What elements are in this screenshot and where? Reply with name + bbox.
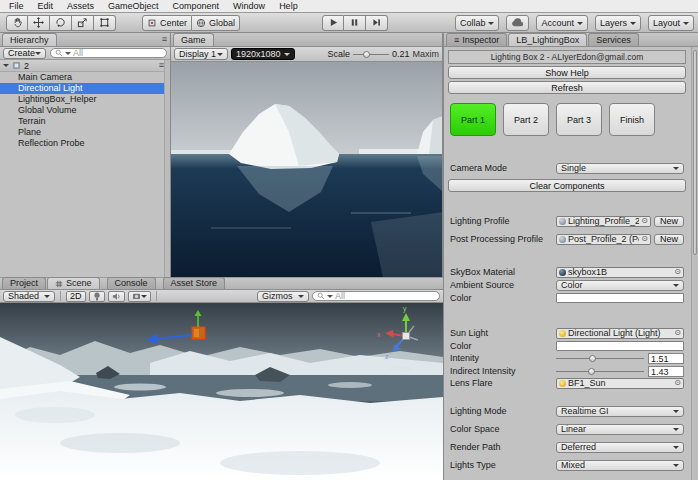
menu-assets[interactable]: Assets <box>60 0 101 12</box>
tab-console[interactable]: Console <box>107 277 156 289</box>
refresh-button[interactable]: Refresh <box>448 81 686 94</box>
layout-dropdown[interactable]: Layout <box>648 15 694 31</box>
sun-light-field[interactable]: Directional Light (Light) ⊙ <box>556 328 684 339</box>
menu-icon[interactable]: ≡ <box>162 33 167 46</box>
global-axis-button[interactable]: Global <box>192 15 240 31</box>
game-viewport[interactable] <box>171 62 442 277</box>
hierarchy-item-global-volume[interactable]: Global Volume <box>0 105 170 116</box>
lighting-profile-new-button[interactable]: New <box>654 216 684 227</box>
rect-tool-button[interactable] <box>94 15 116 31</box>
tab-asset-store[interactable]: Asset Store <box>163 277 226 289</box>
menu-help[interactable]: Help <box>272 0 305 12</box>
intensity-value-field[interactable]: 1.51 <box>648 353 684 364</box>
scene-search-input[interactable]: All <box>312 291 440 301</box>
rotate-tool-button[interactable] <box>50 15 72 31</box>
hierarchy-item-reflection-probe[interactable]: Reflection Probe <box>0 138 170 149</box>
maximize-toggle[interactable]: Maxim <box>413 49 440 59</box>
camera-mode-dropdown[interactable]: Single <box>556 163 684 174</box>
color-space-dropdown[interactable]: Linear <box>556 424 684 435</box>
scene-lighting-toggle[interactable] <box>89 291 105 302</box>
indirect-intensity-slider-thumb[interactable] <box>588 368 595 375</box>
lights-type-dropdown[interactable]: Mixed <box>556 460 684 471</box>
ambient-source-dropdown[interactable]: Color <box>556 280 684 291</box>
playmode-controls <box>322 15 388 31</box>
scene-header-row[interactable]: 2 ≡ <box>0 60 170 72</box>
hierarchy-search-input[interactable]: All <box>50 48 167 58</box>
gizmos-dropdown[interactable]: Gizmos <box>257 291 309 302</box>
part2-button[interactable]: Part 2 <box>503 103 549 136</box>
hand-tool-button[interactable] <box>6 15 28 31</box>
show-help-button[interactable]: Show Help <box>448 66 686 79</box>
scene-effects-dropdown[interactable] <box>128 291 151 302</box>
part3-button[interactable]: Part 3 <box>556 103 602 136</box>
hierarchy-item-directional-light[interactable]: Directional Light <box>0 83 170 94</box>
inspector-scrollbar[interactable] <box>691 47 698 480</box>
scale-slider-thumb[interactable] <box>363 51 370 58</box>
hierarchy-scrollbar[interactable] <box>164 60 170 277</box>
ambient-color-swatch[interactable] <box>556 293 684 303</box>
skybox-material-field[interactable]: skybox1B ⊙ <box>556 267 684 278</box>
object-picker-icon[interactable]: ⊙ <box>641 217 648 225</box>
step-button[interactable] <box>366 15 388 31</box>
intensity-label: Intenity <box>450 353 556 363</box>
play-button[interactable] <box>322 15 344 31</box>
intensity-slider-thumb[interactable] <box>589 355 596 362</box>
menu-file[interactable]: File <box>2 0 31 12</box>
object-picker-icon[interactable]: ⊙ <box>674 268 681 276</box>
collab-dropdown[interactable]: Collab <box>455 15 500 31</box>
inspector-scrollbar-thumb[interactable] <box>693 50 697 255</box>
2d-toggle-button[interactable]: 2D <box>66 291 86 302</box>
clear-components-button[interactable]: Clear Components <box>448 179 686 192</box>
shaded-dropdown[interactable]: Shaded <box>3 291 55 302</box>
hierarchy-item-terrain[interactable]: Terrain <box>0 116 170 127</box>
part1-button[interactable]: Part 1 <box>450 103 496 136</box>
inspector-tab-label: Inspector <box>462 34 499 46</box>
tab-project[interactable]: Project <box>2 277 46 289</box>
tab-services[interactable]: Services <box>588 33 639 46</box>
intensity-slider[interactable] <box>556 352 644 364</box>
hierarchy-item-plane[interactable]: Plane <box>0 127 170 138</box>
menu-gameobject[interactable]: GameObject <box>101 0 166 12</box>
lens-flare-field[interactable]: BF1_Sun ⊙ <box>556 378 684 389</box>
object-picker-icon[interactable]: ⊙ <box>674 329 681 337</box>
persp-label[interactable]: Persp <box>390 364 411 373</box>
scene-viewport[interactable]: y x z Persp <box>0 303 443 480</box>
scale-slider[interactable] <box>353 49 389 59</box>
resolution-dropdown[interactable]: 1920x1080 <box>231 48 295 60</box>
move-tool-button[interactable] <box>28 15 50 31</box>
account-dropdown[interactable]: Account <box>536 15 588 31</box>
layers-dropdown[interactable]: Layers <box>595 15 641 31</box>
indirect-intensity-value-field[interactable]: 1.43 <box>648 366 684 377</box>
render-path-dropdown[interactable]: Deferred <box>556 442 684 453</box>
tab-inspector[interactable]: ≡ Inspector <box>446 33 507 46</box>
indirect-intensity-label: Indirect Intensity <box>450 366 556 376</box>
center-pivot-button[interactable]: Center <box>142 15 192 31</box>
display-dropdown[interactable]: Display 1 <box>174 48 228 60</box>
foldout-arrow-icon[interactable] <box>3 64 9 70</box>
menu-component[interactable]: Component <box>166 0 227 12</box>
object-picker-icon[interactable]: ⊙ <box>641 235 648 243</box>
scale-tool-button[interactable] <box>72 15 94 31</box>
indirect-intensity-slider[interactable] <box>556 365 644 377</box>
tab-scene[interactable]: Scene <box>47 277 100 289</box>
play-icon <box>329 18 338 27</box>
menu-window[interactable]: Window <box>226 0 272 12</box>
finish-button[interactable]: Finish <box>609 103 655 136</box>
field-skybox-material: SkyBox Material skybox1B ⊙ <box>450 266 684 278</box>
scene-audio-toggle[interactable] <box>108 291 125 302</box>
hierarchy-item-lightingbox-helper[interactable]: LightingBox_Helper <box>0 94 170 105</box>
object-picker-icon[interactable]: ⊙ <box>674 379 681 387</box>
hierarchy-item-main-camera[interactable]: Main Camera <box>0 72 170 83</box>
cloud-button[interactable] <box>506 15 529 31</box>
pause-button[interactable] <box>344 15 366 31</box>
create-button[interactable]: Create <box>3 48 46 59</box>
sun-color-swatch[interactable] <box>556 341 684 351</box>
post-profile-new-button[interactable]: New <box>654 234 684 245</box>
lighting-mode-dropdown[interactable]: Realtime GI <box>556 406 684 417</box>
lighting-profile-field[interactable]: Lighting_Profile_2 (LB ⊙ <box>556 216 651 227</box>
post-profile-field[interactable]: Post_Profile_2 (PostPr ⊙ <box>556 234 651 245</box>
tab-lb-lightingbox[interactable]: LB_LightingBox <box>508 33 587 46</box>
tab-game[interactable]: Game <box>173 33 214 46</box>
tab-hierarchy[interactable]: Hierarchy <box>2 33 57 46</box>
menu-edit[interactable]: Edit <box>31 0 61 12</box>
